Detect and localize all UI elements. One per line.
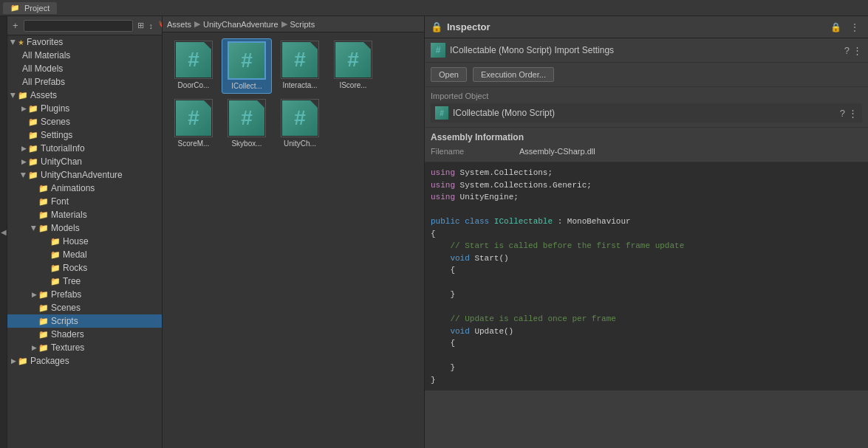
settings-label: Settings (41, 130, 72, 140)
scripts-item[interactable]: 📁 Scripts (7, 314, 162, 328)
void-keyword-1: void (450, 254, 469, 263)
packages-header[interactable]: ▶ 📁 Packages (7, 354, 162, 368)
comment-update: // Update is called once per frame (450, 314, 615, 323)
settings-item[interactable]: 📁 Settings (7, 128, 162, 142)
script-hash-interacta: # (294, 48, 306, 72)
grid-icon[interactable]: ⊞ (136, 20, 146, 31)
corner-skybox (256, 100, 265, 108)
asset-item-skybox[interactable]: # Skybox... (222, 97, 272, 151)
asset-label-unitych: UnityCh... (277, 139, 323, 148)
tree-container[interactable]: ▶ ★ Favorites All Materials All Models A… (7, 35, 162, 448)
prefabs-item[interactable]: ▶ 📁 Prefabs (7, 288, 162, 301)
using-keyword-2: using (431, 181, 455, 190)
assets-header[interactable]: ▶ 📁 Assets (7, 89, 162, 102)
animations-label: Animations (51, 183, 95, 193)
code-line-5: public class ICollectable : MonoBehaviou… (431, 216, 862, 228)
breadcrumb-scripts[interactable]: Scripts (290, 20, 315, 29)
code-line-4 (431, 204, 862, 216)
favorites-header[interactable]: ▶ ★ Favorites (7, 35, 162, 49)
uca-scenes-item[interactable]: 📁 Scenes (7, 301, 162, 314)
asset-item-interacta[interactable]: # Interacta... (275, 38, 325, 94)
breadcrumb-unitychanadventure[interactable]: UnityChanAdventure (203, 20, 278, 29)
tree-item-node[interactable]: 📁 Tree (7, 275, 162, 288)
corner-doorco (203, 41, 212, 50)
scenes-item[interactable]: 📁 Scenes (7, 115, 162, 128)
models-label: Models (51, 223, 80, 233)
plugins-icon: 📁 (28, 104, 38, 114)
tutorialinfo-item[interactable]: ▶ 📁 TutorialInfo (7, 142, 162, 155)
all-prefabs-item[interactable]: All Prefabs (7, 75, 162, 89)
textures-icon: 📁 (38, 343, 49, 353)
font-item[interactable]: 📁 Font (7, 195, 162, 208)
script-bg-icollect: # (229, 43, 264, 78)
imported-obj-help-icon[interactable]: ? (840, 108, 845, 119)
asset-item-unitych[interactable]: # UnityCh... (275, 97, 325, 151)
inspector-buttons: Open Execution Order... (425, 63, 868, 87)
house-item[interactable]: 📁 House (7, 235, 162, 248)
add-button[interactable]: + (10, 19, 21, 32)
house-icon: 📁 (50, 237, 61, 247)
all-models-label: All Models (22, 63, 63, 74)
materials-item[interactable]: 📁 Materials (7, 208, 162, 221)
script-hash-iscore: # (347, 48, 359, 72)
project-tab[interactable]: 📁 Project (3, 2, 57, 14)
open-button[interactable]: Open (431, 67, 467, 82)
import-settings-more-icon[interactable]: ⋮ (852, 45, 862, 56)
sort-icon[interactable]: ↕ (148, 21, 155, 31)
textures-label: Textures (51, 342, 84, 353)
imported-object-section: Imported Object # ICollectable (Mono Scr… (425, 87, 868, 128)
medal-item[interactable]: 📁 Medal (7, 248, 162, 261)
search-input[interactable] (24, 20, 133, 32)
assets-label: Assets (30, 90, 57, 100)
asset-item-iscore[interactable]: # IScore... (328, 38, 378, 94)
models-item[interactable]: ▶ 📁 Models (7, 221, 162, 235)
class-name: ICollectable (494, 217, 553, 226)
script-hash-icollect: # (241, 49, 253, 72)
asset-icon-skybox: # (228, 99, 266, 137)
left-collapse[interactable]: ◀ (0, 16, 7, 448)
tree-node-icon: 📁 (50, 277, 61, 286)
comment-start: // Start is called before the first fram… (450, 241, 684, 250)
rocks-item[interactable]: 📁 Rocks (7, 261, 162, 275)
animations-item[interactable]: 📁 Animations (7, 182, 162, 195)
script-hash-unitych: # (294, 106, 306, 130)
unitychanadventure-item[interactable]: ▶ 📁 UnityChanAdventure (7, 168, 162, 182)
tutorialinfo-arrow: ▶ (19, 145, 28, 152)
shaders-item[interactable]: 📁 Shaders (7, 328, 162, 341)
code-line-10 (431, 277, 862, 289)
code-line-18: } (431, 374, 862, 387)
tutorialinfo-label: TutorialInfo (41, 143, 85, 154)
imported-obj-name: ICollectable (Mono Script) (453, 108, 555, 118)
asset-label-iscore: IScore... (330, 80, 376, 90)
project-panel: + ⊞ ↕ 🔖 ℹ ★ 21 👁 ▶ ★ Favorites All Mater… (7, 16, 163, 448)
top-bar: 📁 Project (0, 0, 868, 16)
breadcrumb-assets[interactable]: Assets (167, 20, 191, 29)
textures-item[interactable]: ▶ 📁 Textures (7, 341, 162, 354)
imported-obj-more-icon[interactable]: ⋮ (848, 108, 858, 119)
asset-icon-iscore: # (334, 41, 372, 79)
asset-item-scorem[interactable]: # ScoreM... (168, 97, 219, 151)
more-options-icon[interactable]: ⋮ (847, 21, 862, 34)
plugins-item[interactable]: ▶ 📁 Plugins (7, 102, 162, 115)
asset-item-icollect[interactable]: # ICollect... (222, 38, 272, 94)
tutorialinfo-icon: 📁 (28, 144, 38, 154)
unitychan-item[interactable]: ▶ 📁 UnityChan (7, 155, 162, 168)
code-line-17: } (431, 362, 862, 374)
execution-order-button[interactable]: Execution Order... (473, 67, 554, 82)
all-materials-item[interactable]: All Materials (7, 49, 162, 62)
corner-unitych (310, 100, 318, 108)
asset-label-doorco: DoorCo... (171, 80, 216, 90)
font-icon: 📁 (38, 197, 49, 207)
favorites-star-icon: ★ (18, 38, 24, 46)
bookmark-icon[interactable]: 🔖 (157, 20, 163, 31)
all-models-item[interactable]: All Models (7, 62, 162, 75)
asset-label-skybox: Skybox... (224, 139, 270, 148)
asset-item-doorco[interactable]: # DoorCo... (168, 38, 219, 94)
corner-scorem (203, 100, 212, 108)
asset-icon-doorco: # (174, 41, 213, 79)
using-keyword-1: using (431, 168, 455, 177)
inspector-content: # ICollectable (Mono Script) Import Sett… (425, 38, 868, 448)
lock-icon[interactable]: 🔒 (827, 21, 844, 34)
help-icon[interactable]: ? (844, 45, 850, 56)
prefabs-arrow: ▶ (30, 291, 38, 298)
